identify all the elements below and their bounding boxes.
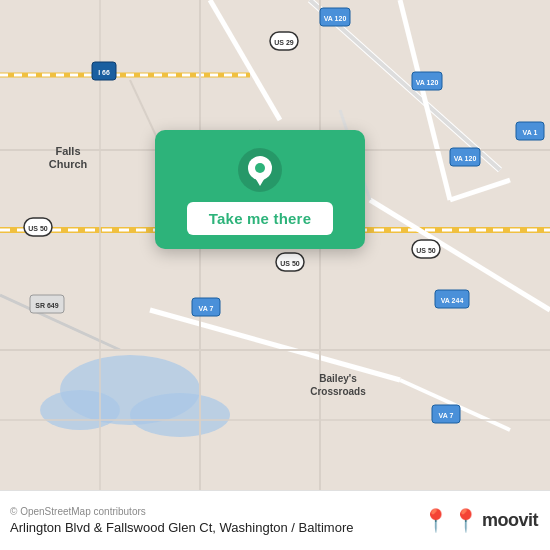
moovit-logo: 📍 📍 moovit xyxy=(422,510,538,532)
moovit-logo-text: moovit xyxy=(482,510,538,531)
copyright-text: © OpenStreetMap contributors xyxy=(10,506,353,517)
svg-text:VA 7: VA 7 xyxy=(199,305,214,312)
svg-text:VA 7: VA 7 xyxy=(439,412,454,419)
svg-text:Church: Church xyxy=(49,158,88,170)
svg-text:VA 120: VA 120 xyxy=(324,15,347,22)
svg-text:US 50: US 50 xyxy=(416,247,436,254)
svg-text:Falls: Falls xyxy=(55,145,80,157)
svg-text:Crossroads: Crossroads xyxy=(310,386,366,397)
map-view: VA 120 US 29 I 66 VA 120 VA 120 US 50 US… xyxy=(0,0,550,490)
svg-text:VA 244: VA 244 xyxy=(441,297,464,304)
location-pin-icon xyxy=(238,148,282,192)
footer: © OpenStreetMap contributors Arlington B… xyxy=(0,490,550,550)
svg-text:US 50: US 50 xyxy=(280,260,300,267)
footer-text: © OpenStreetMap contributors Arlington B… xyxy=(10,506,353,535)
address-text: Arlington Blvd & Fallswood Glen Ct, Wash… xyxy=(10,520,353,535)
svg-text:US 50: US 50 xyxy=(28,225,48,232)
svg-text:Bailey's: Bailey's xyxy=(319,373,357,384)
svg-text:SR 649: SR 649 xyxy=(35,302,58,309)
take-me-there-button[interactable]: Take me there xyxy=(187,202,333,235)
svg-text:VA 120: VA 120 xyxy=(416,79,439,86)
svg-point-59 xyxy=(255,163,265,173)
svg-text:VA 1: VA 1 xyxy=(523,129,538,136)
svg-text:VA 120: VA 120 xyxy=(454,155,477,162)
moovit-pin-red-icon: 📍 xyxy=(422,510,449,532)
svg-text:US 29: US 29 xyxy=(274,39,294,46)
svg-text:I 66: I 66 xyxy=(98,69,110,76)
location-card: Take me there xyxy=(155,130,365,249)
svg-point-3 xyxy=(40,390,120,430)
svg-point-2 xyxy=(130,393,230,437)
moovit-pin-yellow-icon: 📍 xyxy=(452,510,479,532)
